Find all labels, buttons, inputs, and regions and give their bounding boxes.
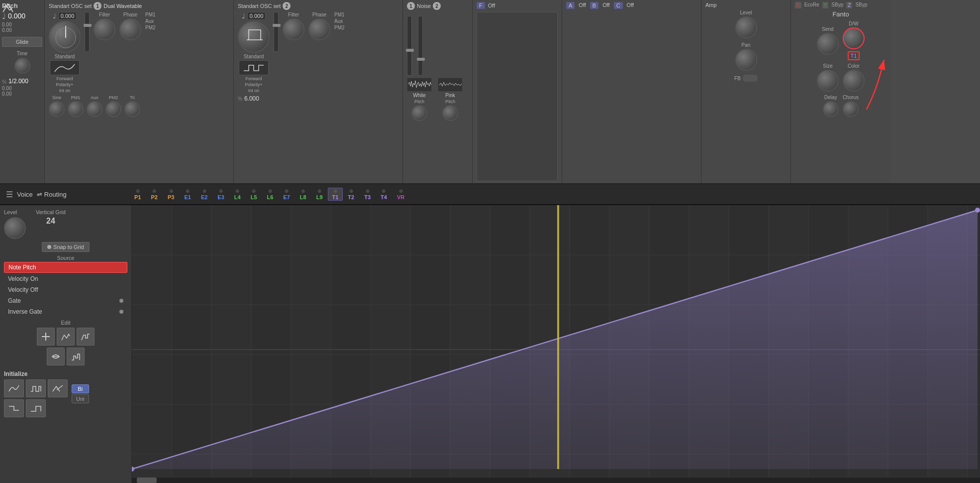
edit-btn-3[interactable]	[77, 328, 95, 346]
osc2-main-knob[interactable]	[238, 21, 270, 53]
tab-E2[interactable]: ⊕ E2	[196, 188, 212, 200]
noise-pitch1-knob[interactable]	[411, 105, 427, 121]
tab-t4-label: T4	[381, 194, 387, 200]
level-knob[interactable]	[4, 217, 26, 239]
init-wave-btn-1[interactable]	[4, 379, 24, 397]
noise-header: 1 Noise 2	[407, 2, 468, 10]
tab-L9[interactable]: ⊕ L9	[311, 188, 328, 200]
velocity-off-label: Velocity Off	[8, 286, 38, 293]
init-wave-btn-2[interactable]	[26, 379, 46, 397]
tab-P2[interactable]: ⊕ P2	[146, 188, 162, 200]
tab-L8[interactable]: ⊕ L8	[295, 188, 311, 200]
tab-e7-label: E7	[283, 194, 290, 200]
tab-T3[interactable]: ⊕ T3	[359, 188, 376, 200]
init-wave-btn-3[interactable]	[48, 379, 68, 397]
tab-E7[interactable]: ⊕ E7	[278, 188, 294, 200]
osc1-aux: Aux	[145, 18, 156, 24]
envelope-canvas[interactable]	[132, 205, 980, 483]
tab-E3[interactable]: ⊕ E3	[212, 188, 229, 200]
osc1-phase-knob[interactable]	[119, 18, 141, 40]
dw-knob[interactable]	[843, 27, 865, 49]
osc1-slider[interactable]	[85, 12, 90, 52]
osc1-pm2: PM2	[145, 25, 156, 30]
source-section: Source Note Pitch Velocity On Velocity O…	[4, 255, 127, 317]
osc2-badge: 2	[283, 2, 291, 10]
amp-level-label: Level	[740, 10, 752, 15]
color-knob[interactable]	[843, 70, 865, 92]
size-knob[interactable]	[817, 70, 839, 92]
tab-P3[interactable]: ⊕ P3	[163, 188, 179, 200]
aux-knob[interactable]	[87, 101, 102, 117]
amp-pan-knob[interactable]	[735, 49, 757, 71]
tab-e2-arrow: ⊕	[202, 188, 206, 194]
init-wave-btn-5[interactable]	[26, 399, 46, 417]
edit-btn-2[interactable]	[57, 328, 75, 346]
pm2-label: PM2	[109, 95, 118, 100]
osc1-label: Standart OSC set	[49, 3, 92, 9]
tab-VR[interactable]: ⊕ VR	[392, 188, 409, 200]
bi-button[interactable]: Bi	[72, 384, 89, 393]
edit-btn-1[interactable]	[37, 328, 55, 346]
amp-fb-toggle[interactable]	[743, 75, 758, 82]
t1-box: T1	[848, 51, 860, 60]
delay-knob[interactable]	[823, 101, 839, 117]
canvas-area[interactable]	[132, 205, 980, 483]
scrollbar-thumb[interactable]	[137, 478, 157, 483]
level-section: Level	[4, 209, 26, 239]
tab-l8-label: L8	[300, 194, 306, 200]
chorus-label: Chorus	[843, 95, 859, 100]
time-knob[interactable]	[14, 58, 30, 74]
noise-slider1[interactable]	[407, 16, 412, 76]
osc1-main-knob[interactable]	[49, 21, 81, 53]
tab-L5[interactable]: ⊕ L5	[246, 188, 262, 200]
tab-P1[interactable]: ⊕ P1	[129, 188, 146, 200]
pm1-knob[interactable]	[68, 101, 84, 117]
snap-to-grid-button[interactable]: Snap to Grid	[42, 242, 90, 252]
filter-section: F Off	[473, 0, 562, 183]
osc2-phase-knob[interactable]	[308, 18, 330, 40]
tri-knob[interactable]	[124, 101, 140, 117]
sine-knob[interactable]	[49, 101, 65, 117]
source-gate[interactable]: Gate	[4, 296, 127, 306]
osc2-filter-knob[interactable]	[283, 18, 304, 40]
pitch-section: Pitch ♩ 0.000 0.00 0.00 Glide Time % 1/2…	[0, 0, 45, 183]
tab-T1[interactable]: ⊕ T1	[328, 188, 343, 201]
source-velocity-off[interactable]: Velocity Off	[4, 285, 127, 295]
osc1-filter-knob[interactable]	[94, 18, 115, 40]
glide-button[interactable]: Glide	[2, 37, 42, 47]
tab-L6[interactable]: ⊕ L6	[262, 188, 279, 200]
amp-level-knob[interactable]	[735, 16, 757, 38]
voice-button[interactable]: Voice	[17, 191, 33, 198]
noise-pitch2-knob[interactable]	[442, 105, 458, 121]
source-inverse-gate[interactable]: Inverse Gate	[4, 307, 127, 317]
send-knob[interactable]	[817, 33, 839, 55]
osc2-marker: ♩	[242, 12, 245, 20]
osc2-phase-label: Phase	[312, 12, 326, 17]
routing-button[interactable]: ⇌ Routing	[37, 191, 67, 198]
osc2-slider[interactable]	[274, 12, 279, 52]
note-pitch-label: Note Pitch	[8, 264, 36, 271]
edit-btn-4[interactable]	[47, 348, 65, 365]
source-velocity-on[interactable]: Velocity On	[4, 274, 127, 284]
uni-button[interactable]: Uni	[72, 394, 89, 403]
grid-value: 24	[46, 217, 55, 226]
gate-dot	[119, 299, 123, 303]
source-note-pitch[interactable]: Note Pitch	[4, 262, 127, 273]
init-btn-row	[4, 379, 68, 397]
osc1-phase-label: Phase	[123, 12, 137, 17]
tab-T2[interactable]: ⊕ T2	[343, 188, 359, 200]
tab-E1[interactable]: ⊕ E1	[179, 188, 196, 200]
chorus-knob[interactable]	[843, 101, 859, 117]
edit-btn-5[interactable]	[67, 348, 85, 365]
init-wave-btn-4[interactable]	[4, 399, 24, 417]
pm2-knob[interactable]	[105, 101, 121, 117]
gate-label: Gate	[8, 297, 21, 304]
noise-slider2[interactable]	[418, 16, 423, 76]
tab-l6-label: L6	[267, 194, 274, 200]
tab-l5-arrow: ⊕	[252, 188, 256, 194]
tab-T4[interactable]: ⊕ T4	[376, 188, 392, 200]
osc1-value: 0.000	[58, 12, 77, 20]
tab-L4[interactable]: ⊕ L4	[229, 188, 246, 200]
menu-icon[interactable]: ☰	[6, 190, 13, 199]
bottom-scrollbar[interactable]	[132, 477, 980, 483]
